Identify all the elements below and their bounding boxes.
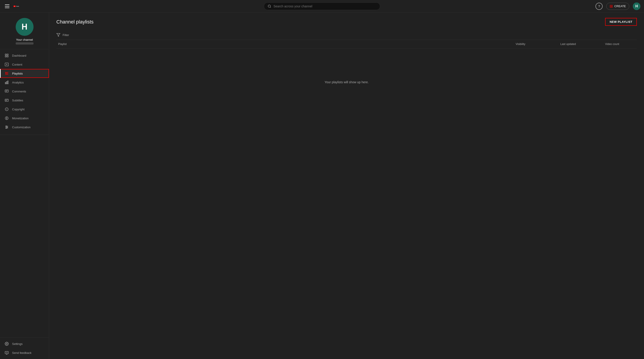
- settings-icon: [4, 341, 9, 346]
- layout: H Your channel Dashboard: [0, 13, 644, 359]
- filter-label[interactable]: Filter: [62, 33, 69, 37]
- avatar[interactable]: H: [633, 3, 640, 10]
- search-icon: [268, 5, 271, 8]
- empty-message: Your playlists will show up here.: [324, 80, 368, 84]
- svg-point-36: [6, 343, 8, 344]
- sidebar-label-monetization: Monetization: [12, 117, 28, 120]
- header-center: [53, 3, 591, 10]
- nav-section: Dashboard Content: [0, 49, 49, 133]
- sidebar-item-analytics[interactable]: Analytics: [0, 78, 49, 87]
- search-bar: [264, 3, 380, 10]
- header-right: ? ⊞ CREATE H: [591, 3, 640, 10]
- svg-rect-17: [8, 81, 8, 84]
- svg-marker-41: [57, 33, 60, 37]
- customization-icon: [4, 125, 9, 129]
- sidebar-item-dashboard[interactable]: Dashboard: [0, 51, 49, 60]
- filter-bar: Filter: [56, 30, 637, 40]
- svg-line-4: [270, 7, 271, 8]
- svg-point-35: [6, 128, 7, 129]
- filter-icon: [56, 33, 60, 37]
- comments-icon: [4, 89, 9, 94]
- sidebar-label-dashboard: Dashboard: [12, 54, 26, 57]
- sidebar-label-comments: Comments: [12, 90, 26, 93]
- svg-point-3: [268, 5, 270, 8]
- create-button[interactable]: ⊞ CREATE: [606, 3, 629, 10]
- sidebar-label-subtitles: Subtitles: [12, 99, 23, 102]
- table-header: Playlist Visibility Last updated Video c…: [56, 40, 637, 49]
- col-video-count: Video count: [603, 43, 637, 46]
- sidebar-item-feedback[interactable]: Send feedback: [0, 348, 49, 357]
- sidebar-label-content: Content: [12, 63, 22, 66]
- sidebar: H Your channel Dashboard: [0, 13, 49, 359]
- channel-label: Your channel: [16, 38, 33, 42]
- help-button[interactable]: ?: [596, 3, 603, 10]
- create-label: CREATE: [614, 5, 626, 8]
- monetization-icon: [4, 116, 9, 120]
- svg-rect-8: [7, 56, 8, 57]
- svg-marker-10: [6, 64, 8, 65]
- channel-name-blur: [16, 42, 34, 45]
- sidebar-label-analytics: Analytics: [12, 81, 24, 84]
- empty-state: Your playlists will show up here.: [56, 49, 637, 116]
- sidebar-item-comments[interactable]: Comments: [0, 87, 49, 96]
- sidebar-bottom: Settings Send feedback: [0, 337, 49, 359]
- dashboard-icon: [4, 53, 9, 58]
- copyright-icon: ©: [4, 107, 9, 112]
- col-playlist: Playlist: [56, 43, 514, 46]
- feedback-icon: [4, 350, 9, 355]
- svg-rect-6: [7, 54, 8, 55]
- col-visibility: Visibility: [514, 43, 558, 46]
- sidebar-item-playlists[interactable]: Playlists: [0, 69, 49, 78]
- channel-avatar[interactable]: H: [16, 18, 34, 36]
- playlists-icon: [4, 71, 9, 76]
- sidebar-label-customization: Customization: [12, 126, 30, 129]
- sidebar-label-settings: Settings: [12, 342, 22, 345]
- main-content: Channel playlists NEW PLAYLIST Filter Pl…: [49, 13, 644, 359]
- subtitles-icon: [4, 98, 9, 103]
- sidebar-item-customization[interactable]: Customization: [0, 123, 49, 132]
- svg-rect-16: [6, 82, 7, 84]
- page-header: Channel playlists NEW PLAYLIST: [56, 18, 637, 26]
- sidebar-item-settings[interactable]: Settings: [0, 339, 49, 348]
- col-last-updated: Last updated: [558, 43, 603, 46]
- new-playlist-button[interactable]: NEW PLAYLIST: [605, 18, 637, 26]
- svg-rect-21: [5, 99, 8, 102]
- hamburger-menu[interactable]: [4, 3, 11, 10]
- svg-rect-5: [5, 54, 6, 55]
- sidebar-item-subtitles[interactable]: Subtitles: [0, 96, 49, 105]
- analytics-icon: [4, 80, 9, 85]
- create-icon: ⊞: [610, 4, 613, 8]
- sidebar-label-playlists: Playlists: [12, 72, 23, 75]
- header: Studio ? ⊞ CREATE H: [0, 0, 644, 13]
- sidebar-item-copyright[interactable]: © Copyright: [0, 105, 49, 114]
- sidebar-item-content[interactable]: Content: [0, 60, 49, 69]
- header-left: Studio: [4, 3, 53, 10]
- sidebar-label-feedback: Send feedback: [12, 351, 32, 354]
- logo[interactable]: Studio: [14, 4, 20, 9]
- svg-text:©: ©: [6, 108, 8, 110]
- content-icon: [4, 62, 9, 67]
- svg-point-33: [6, 126, 7, 127]
- svg-rect-18: [5, 90, 8, 92]
- search-input[interactable]: [274, 5, 376, 8]
- channel-info: H Your channel: [0, 13, 49, 49]
- svg-text:Studio: Studio: [16, 6, 19, 7]
- page-title: Channel playlists: [56, 19, 94, 25]
- sidebar-label-copyright: Copyright: [12, 108, 24, 111]
- svg-point-34: [7, 127, 8, 128]
- youtube-studio-logo: Studio: [14, 4, 20, 9]
- sidebar-item-monetization[interactable]: Monetization: [0, 114, 49, 123]
- svg-rect-7: [5, 56, 6, 57]
- svg-rect-15: [5, 82, 6, 84]
